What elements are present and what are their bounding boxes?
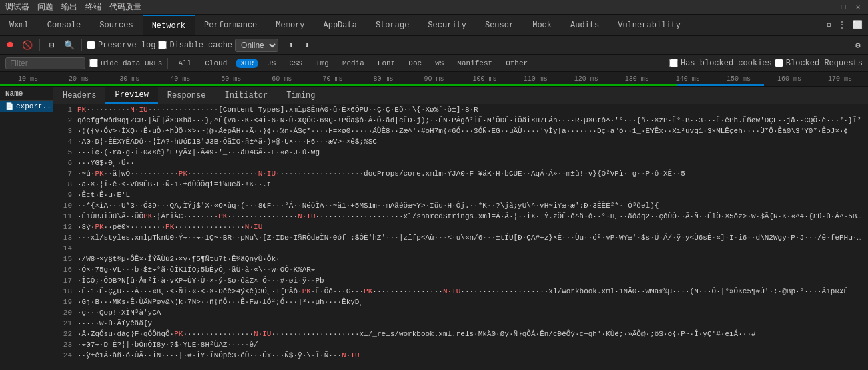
tab-headers[interactable]: Headers <box>53 87 105 104</box>
search-icon[interactable]: 🔍 <box>62 38 77 53</box>
toolbar-separator-1 <box>39 39 40 51</box>
filter-chip-media[interactable]: Media <box>338 59 369 68</box>
disable-cache-input[interactable] <box>158 41 167 49</box>
filter-chip-cloud[interactable]: Cloud <box>200 59 232 68</box>
filter-chip-doc[interactable]: Doc <box>404 59 426 68</box>
tab-timing[interactable]: Timing <box>277 87 324 104</box>
line-number: 13 <box>56 232 72 243</box>
code-line: 8·a·×·¦Î·ê·<·vù9ÊB·F·Ñ·1·±dÙÒÔqi=ì¼ueã·!… <box>53 179 868 190</box>
left-panel: Name 📄 export... <box>0 87 53 370</box>
line-content: ·¦({ý·Óv>·ÌXQ··Ê·uÒ·÷hÙÖ·×>·~¦@·ÄêpÄH··Ã… <box>77 126 865 136</box>
upload-icon[interactable]: ⬆ <box>284 38 298 53</box>
right-panel: Headers Preview Response Initiator Timin… <box>53 87 868 370</box>
throttle-select[interactable]: Online <box>235 39 278 52</box>
tab-vulnerability[interactable]: Vulnerability <box>608 15 690 35</box>
tab-response[interactable]: Response <box>158 87 215 104</box>
menu-item-quality[interactable]: 代码质量 <box>109 1 141 13</box>
tab-wxml[interactable]: Wxml <box>0 15 38 35</box>
line-content: ·a·×·¦Î·ê·<·vù9ÊB·F·Ñ·1·±dÙÒÔqi=ì¼ueã·!K… <box>77 179 865 190</box>
menu-item-output[interactable]: 输出 <box>61 1 77 13</box>
timeline-100ms: 100 ms <box>460 75 510 83</box>
close-button[interactable]: ✕ <box>853 3 863 12</box>
filter-input[interactable] <box>5 57 85 69</box>
line-number: 8 <box>56 179 72 190</box>
filter-divider <box>167 58 168 69</box>
filter-chip-js[interactable]: JS <box>262 59 280 68</box>
tab-network[interactable]: Network <box>143 15 195 35</box>
more-settings-icon[interactable]: ⚙ <box>851 38 865 53</box>
export-item[interactable]: 📄 export... <box>0 101 53 112</box>
timeline-20ms: 20 ms <box>53 75 104 83</box>
tab-memory[interactable]: Memory <box>266 15 314 35</box>
tab-sources[interactable]: Sources <box>90 15 142 35</box>
blocked-requests-checkbox[interactable]: Blocked Requests <box>775 59 863 68</box>
preserve-log-checkbox[interactable]: Preserve log <box>87 41 155 50</box>
timeline-labels: 10 ms 20 ms 30 ms 40 ms 50 ms 60 ms 70 m… <box>3 75 865 83</box>
code-line: 7·~ú·PK··ä|wÒ···········PK··············… <box>53 168 868 179</box>
content-area: Name 📄 export... Headers Preview Respons… <box>0 87 868 370</box>
tab-preview[interactable]: Preview <box>105 87 157 104</box>
code-line: 22·Ã·ZqÓsu·dàç}F·qÓÔñqÔ·PK··············… <box>53 329 868 339</box>
filter-icon[interactable]: ⊟ <box>45 38 59 53</box>
line-number: 17 <box>56 275 72 286</box>
code-line: 1PK··········N·IU················[Conten… <box>53 104 868 115</box>
tab-appdata[interactable]: AppData <box>314 15 366 35</box>
code-line: 15·/W8~×ÿ§t¾µ·ÔÊ×·ÎÝÃÙú2·×ÿ·¶5¶Ñtu7t·Ê¼ã… <box>53 254 868 264</box>
tab-storage[interactable]: Storage <box>366 15 418 35</box>
filter-chip-manifest[interactable]: Manifest <box>452 59 497 68</box>
hide-data-urls-input[interactable] <box>89 59 98 67</box>
code-line: 16·Ó×·75g·VL···b·$±÷°ã·ôÎK1ÍÖ;5bÊyÔ¸·ãÙ·… <box>53 264 868 275</box>
preserve-log-input[interactable] <box>87 41 95 49</box>
has-blocked-cookies-checkbox[interactable]: Has blocked cookies <box>669 59 772 68</box>
tab-console[interactable]: Console <box>38 15 90 35</box>
tab-sensor[interactable]: Sensor <box>476 15 523 35</box>
record-button[interactable]: ⏺ <box>3 38 17 53</box>
tab-audits[interactable]: Audits <box>561 15 608 35</box>
export-label: export... <box>16 102 53 110</box>
menu-item-issues[interactable]: 问题 <box>37 1 53 13</box>
tab-performance[interactable]: Performance <box>195 15 266 35</box>
filter-chip-xhr[interactable]: XHR <box>236 59 258 68</box>
tab-initiator[interactable]: Initiator <box>215 87 277 104</box>
code-line: 18·Ê·1·Ê·Ç¿U···Á···«8¸·<·ÑÌ·«·<·×·Dêè>4ÿ… <box>53 286 868 297</box>
has-blocked-cookies-input[interactable] <box>669 59 678 67</box>
line-content: ·/W8~×ÿ§t¾µ·ÔÊ×·ÎÝÃÙú2·×ÿ·¶5¶Ñtu7t·Ê¼ãQn… <box>77 254 865 264</box>
more-icon[interactable]: ⋮ <box>838 20 846 30</box>
line-content: ·~ú·PK··ä|wÒ···········PK···············… <box>77 168 865 179</box>
line-number: 11 <box>56 211 72 222</box>
code-line: 24··ÿ±ê1Ä·àñ·ó·ÙÄ··ÍN····|·#·ÌY·ÎNÔpè3·é… <box>53 350 868 361</box>
menu-item-terminal[interactable]: 终端 <box>85 1 101 13</box>
filter-chip-all[interactable]: All <box>173 59 196 68</box>
blocked-requests-input[interactable] <box>775 59 783 67</box>
menu-item-debugger[interactable]: 调试器 <box>5 1 29 13</box>
filter-chip-font[interactable]: Font <box>373 59 400 68</box>
title-bar-right: ─ □ ✕ <box>824 3 863 12</box>
hide-data-urls-checkbox[interactable]: Hide data URLs <box>89 59 162 67</box>
code-area[interactable]: 1PK··········N·IU················[Conten… <box>53 104 868 370</box>
timeline-40ms: 40 ms <box>155 75 205 83</box>
line-content: ·ÌCÓ;·ÓDB?N[û·Åm²Ì·à·vKP÷ÙY·Ù·×·ý·So·ôäZ… <box>77 275 865 286</box>
filter-chip-img[interactable]: Img <box>311 59 334 68</box>
maximize-button[interactable]: □ <box>839 3 848 12</box>
filter-chip-css[interactable]: CSS <box>284 59 307 68</box>
settings-icon[interactable]: ⚙ <box>827 20 831 30</box>
code-line: 20·ç···Qop!·XÌÑ³à'yCÄ <box>53 307 868 318</box>
download-icon[interactable]: ⬇ <box>300 38 314 53</box>
timeline-120ms: 120 ms <box>561 75 612 83</box>
code-line: 2qócfgfWôd9q¶ZCB·|ÄÊ|Ä×3×hã···},^Ê{Va··K… <box>53 115 868 126</box>
tab-mock[interactable]: Mock <box>523 15 561 35</box>
line-number: 1 <box>56 104 72 115</box>
filter-chip-other[interactable]: Other <box>501 59 532 68</box>
line-number: 20 <box>56 307 72 318</box>
filter-chip-ws[interactable]: WS <box>430 59 448 68</box>
code-line: 5···Ì¢·(·ra·g·Ì·0&×ê}²L!yÄ¥|·Ä49·'_···äD… <box>53 147 868 158</box>
blocked-requests-label: Blocked Requests <box>786 59 863 68</box>
line-content: PK··········N·IU················[Content… <box>77 104 865 115</box>
tab-security[interactable]: Security <box>418 15 476 35</box>
line-content: ·Ê1ÙBJÌÛú\Ã··ÜÔPK·¦ÀrÌÄC········PK······… <box>77 211 865 222</box>
minimize-button[interactable]: ─ <box>824 3 833 12</box>
timeline: 10 ms 20 ms 30 ms 40 ms 50 ms 60 ms 70 m… <box>0 72 868 87</box>
stop-button[interactable]: 🚫 <box>20 38 35 53</box>
disable-cache-checkbox[interactable]: Disable cache <box>158 41 232 50</box>
expand-icon[interactable]: ⬜ <box>853 20 863 30</box>
